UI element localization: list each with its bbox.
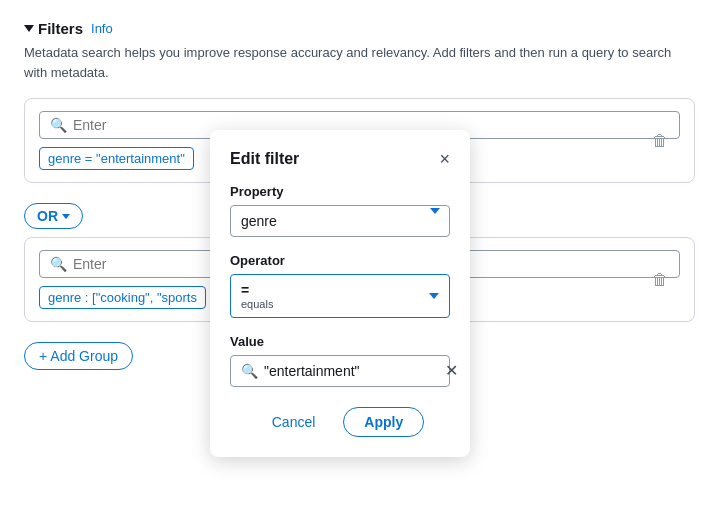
property-label: Property <box>230 184 450 199</box>
value-section: Value 🔍 ✕ <box>230 334 450 387</box>
delete-filter-group-2[interactable]: 🗑 <box>652 271 668 289</box>
property-select-wrapper: genre author year category <box>230 205 450 237</box>
main-container: Filters Info Metadata search helps you i… <box>0 0 719 512</box>
or-chevron-icon <box>62 214 70 219</box>
filters-header: Filters Info <box>24 20 695 37</box>
filters-toggle[interactable]: Filters <box>24 20 83 37</box>
property-section: Property genre author year category <box>230 184 450 237</box>
operator-display[interactable]: = equals <box>230 274 450 318</box>
modal-header: Edit filter × <box>230 150 450 168</box>
operator-label: Operator <box>230 253 450 268</box>
filters-title: Filters <box>38 20 83 37</box>
value-input[interactable] <box>264 363 439 379</box>
operator-select-wrapper: = equals <box>230 274 450 318</box>
modal-footer: Cancel Apply <box>230 407 450 437</box>
modal-title: Edit filter <box>230 150 299 168</box>
filter-tag-1[interactable]: genre = "entertainment" <box>39 147 194 170</box>
modal-close-button[interactable]: × <box>439 150 450 168</box>
operator-sub-value: equals <box>241 298 273 310</box>
search-icon-1: 🔍 <box>50 117 67 133</box>
operator-chevron-icon <box>429 293 439 299</box>
property-select[interactable]: genre author year category <box>230 205 450 237</box>
add-group-button[interactable]: + Add Group <box>24 342 133 370</box>
cancel-button[interactable]: Cancel <box>256 407 332 437</box>
collapse-icon <box>24 25 34 32</box>
value-search-icon: 🔍 <box>241 363 258 379</box>
filter-tag-2[interactable]: genre : ["cooking", "sports <box>39 286 206 309</box>
operator-main-value: = <box>241 282 273 298</box>
info-badge[interactable]: Info <box>91 21 113 36</box>
search-icon-2: 🔍 <box>50 256 67 272</box>
operator-text: = equals <box>241 282 273 310</box>
operator-section: Operator = equals <box>230 253 450 318</box>
apply-button[interactable]: Apply <box>343 407 424 437</box>
or-label: OR <box>37 208 58 224</box>
delete-filter-group-1[interactable]: 🗑 <box>652 132 668 150</box>
or-button[interactable]: OR <box>24 203 83 229</box>
edit-filter-modal: Edit filter × Property genre author year… <box>210 130 470 457</box>
filters-description: Metadata search helps you improve respon… <box>24 43 695 82</box>
value-clear-icon[interactable]: ✕ <box>445 363 458 379</box>
value-label: Value <box>230 334 450 349</box>
value-search-wrapper: 🔍 ✕ <box>230 355 450 387</box>
